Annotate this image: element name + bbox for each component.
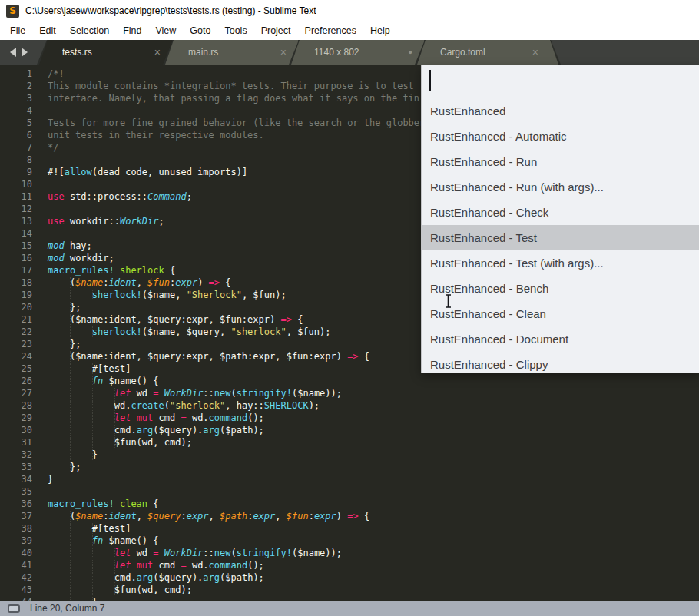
- code-line[interactable]: 38 #[test]: [0, 522, 699, 535]
- code-line[interactable]: 39 fn $name() {: [0, 535, 699, 547]
- line-number[interactable]: 1: [0, 68, 48, 80]
- tab-scroll-right-icon[interactable]: [22, 48, 28, 57]
- line-number[interactable]: 15: [0, 240, 48, 252]
- line-number[interactable]: 3: [0, 92, 48, 104]
- palette-item[interactable]: RustEnhanced - Bench: [422, 276, 699, 301]
- indent-guide: [48, 339, 71, 349]
- line-number[interactable]: 28: [0, 399, 48, 412]
- code-line[interactable]: 41 let mut cmd = wd.command();: [0, 559, 699, 571]
- tab-close-icon[interactable]: ×: [154, 47, 161, 58]
- code-line[interactable]: 40 let wd = WorkDir::new(stringify!($nam…: [0, 547, 699, 559]
- palette-item[interactable]: RustEnhanced - Document: [422, 326, 699, 352]
- code-line[interactable]: 31 $fun(wd, cmd);: [0, 436, 699, 449]
- line-number[interactable]: 41: [0, 559, 48, 571]
- line-number[interactable]: 11: [0, 190, 48, 203]
- line-number[interactable]: 20: [0, 301, 48, 313]
- tab-1140-x-802[interactable]: 1140 x 802●: [289, 40, 435, 65]
- line-number[interactable]: 24: [0, 350, 48, 363]
- tab-close-icon[interactable]: ×: [280, 47, 287, 58]
- code-line[interactable]: 42 cmd.arg($query).arg($path);: [0, 571, 699, 584]
- tab-scroll-left-icon[interactable]: [10, 48, 16, 57]
- line-number[interactable]: 16: [0, 252, 48, 264]
- palette-item[interactable]: RustEnhanced - Run (with args)...: [422, 174, 699, 200]
- palette-item[interactable]: RustEnhanced - Automatic: [422, 124, 699, 149]
- palette-item[interactable]: RustEnhanced - Run: [422, 149, 699, 174]
- palette-item[interactable]: RustEnhanced - Check: [422, 200, 699, 225]
- line-number[interactable]: 23: [0, 338, 48, 350]
- line-number[interactable]: 37: [0, 510, 48, 522]
- panel-switcher-icon[interactable]: [8, 604, 20, 613]
- line-number[interactable]: 34: [0, 473, 48, 485]
- menu-goto[interactable]: Goto: [183, 22, 217, 40]
- menu-project[interactable]: Project: [254, 22, 298, 40]
- line-number[interactable]: 5: [0, 117, 48, 129]
- menu-file[interactable]: File: [3, 22, 32, 40]
- code-line[interactable]: 37 ($name:ident, $query:expr, $path:expr…: [0, 510, 699, 522]
- line-number[interactable]: 36: [0, 498, 48, 510]
- line-number[interactable]: 7: [0, 141, 48, 154]
- cursor-position-status[interactable]: Line 20, Column 7: [30, 603, 104, 614]
- line-number[interactable]: 32: [0, 449, 48, 461]
- palette-item[interactable]: RustEnhanced - Clean: [422, 301, 699, 326]
- code-line[interactable]: 35: [0, 485, 699, 498]
- code-line[interactable]: 43 $fun(wd, cmd);: [0, 584, 699, 596]
- indent-guide: [92, 388, 115, 399]
- palette-item[interactable]: RustEnhanced - Clippy: [422, 352, 699, 373]
- indent-guide: [70, 535, 93, 546]
- tab-close-icon[interactable]: ×: [532, 47, 538, 58]
- line-number[interactable]: 30: [0, 424, 48, 436]
- line-number[interactable]: 9: [0, 166, 48, 178]
- line-number[interactable]: 43: [0, 584, 48, 596]
- palette-item[interactable]: RustEnhanced: [422, 98, 699, 124]
- line-number[interactable]: 4: [0, 104, 48, 117]
- menu-view[interactable]: View: [148, 22, 183, 40]
- line-number[interactable]: 13: [0, 215, 48, 227]
- line-number[interactable]: 10: [0, 178, 48, 190]
- code-line[interactable]: 34}: [0, 473, 699, 485]
- line-number[interactable]: 2: [0, 80, 48, 92]
- line-number[interactable]: 6: [0, 129, 48, 141]
- line-number[interactable]: 25: [0, 363, 48, 375]
- line-number[interactable]: 12: [0, 203, 48, 215]
- tab-main-rs[interactable]: main.rs×: [163, 40, 309, 65]
- menu-preferences[interactable]: Preferences: [298, 22, 363, 40]
- line-number[interactable]: 29: [0, 412, 48, 424]
- line-number[interactable]: 19: [0, 289, 48, 301]
- menu-edit[interactable]: Edit: [32, 22, 63, 40]
- line-number[interactable]: 38: [0, 522, 48, 535]
- line-number[interactable]: 27: [0, 387, 48, 399]
- palette-item[interactable]: RustEnhanced - Test (with args)...: [422, 250, 699, 276]
- line-number[interactable]: 26: [0, 375, 48, 387]
- line-number[interactable]: 40: [0, 547, 48, 559]
- palette-item-list: RustEnhancedRustEnhanced - AutomaticRust…: [422, 98, 699, 373]
- line-number[interactable]: 22: [0, 326, 48, 338]
- line-number[interactable]: 8: [0, 154, 48, 166]
- menu-find[interactable]: Find: [116, 22, 148, 40]
- menu-help[interactable]: Help: [363, 22, 397, 40]
- line-number[interactable]: 17: [0, 264, 48, 277]
- tab-cargo-toml[interactable]: Cargo.toml×: [415, 40, 561, 65]
- line-number[interactable]: 33: [0, 461, 48, 473]
- line-number[interactable]: 14: [0, 227, 48, 240]
- tab-bar: tests.rs×main.rs×1140 x 802●Cargo.toml×: [0, 40, 699, 65]
- tab-tests-rs[interactable]: tests.rs×: [37, 40, 183, 65]
- line-number[interactable]: 35: [0, 485, 48, 498]
- menu-tools[interactable]: Tools: [217, 22, 253, 40]
- tab-dirty-dot-icon[interactable]: ●: [409, 47, 412, 58]
- code-line[interactable]: 29 let mut cmd = wd.command();: [0, 412, 699, 424]
- line-number[interactable]: 31: [0, 436, 48, 449]
- line-number[interactable]: 21: [0, 313, 48, 326]
- line-number[interactable]: 42: [0, 571, 48, 584]
- code-line[interactable]: 30 cmd.arg($query).arg($path);: [0, 424, 699, 436]
- line-number[interactable]: 39: [0, 535, 48, 547]
- palette-item-selected[interactable]: RustEnhanced - Test: [422, 225, 699, 250]
- code-line[interactable]: 26 fn $name() {: [0, 375, 699, 387]
- code-line[interactable]: 28 wd.create("sherlock", hay::SHERLOCK);: [0, 399, 699, 412]
- code-line[interactable]: 32 }: [0, 449, 699, 461]
- menu-selection[interactable]: Selection: [63, 22, 116, 40]
- code-line[interactable]: 33 };: [0, 461, 699, 473]
- code-line[interactable]: 36macro_rules! clean {: [0, 498, 699, 510]
- palette-input[interactable]: [422, 65, 699, 98]
- code-line[interactable]: 27 let wd = WorkDir::new(stringify!($nam…: [0, 387, 699, 399]
- line-number[interactable]: 18: [0, 277, 48, 289]
